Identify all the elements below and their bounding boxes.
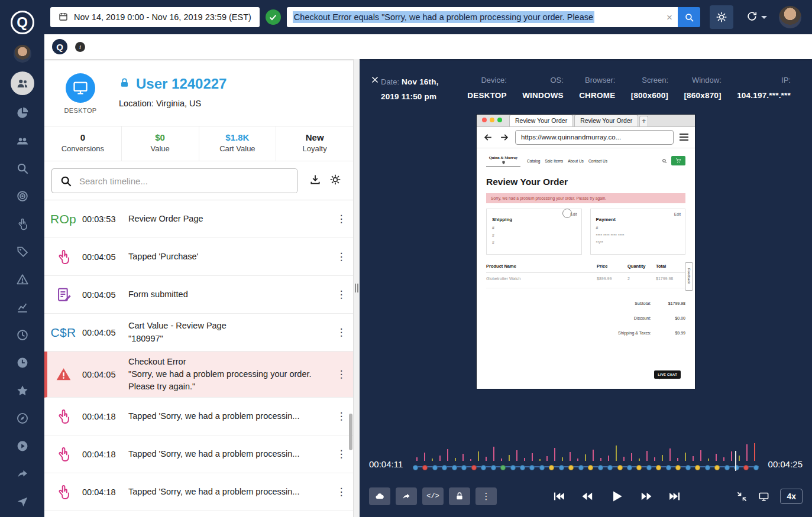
event-menu-icon[interactable]: ⋮ xyxy=(331,326,352,339)
timeline-event-row[interactable]: 00:04:18 Tapped 'Sorry, we had a problem… xyxy=(44,435,353,473)
quantum-metric-logo[interactable]: Q xyxy=(11,11,34,34)
search-icon[interactable] xyxy=(12,158,33,178)
segment-search-input[interactable]: Checkout Error equals "Sorry, we had a p… xyxy=(287,7,678,27)
event-dot[interactable] xyxy=(461,465,467,470)
event-menu-icon[interactable]: ⋮ xyxy=(331,368,352,381)
event-dot[interactable] xyxy=(578,465,584,470)
event-dot[interactable] xyxy=(500,465,506,470)
timeline-event-row[interactable]: 00:04:18 Tapped 'Sorry, we had a problem… xyxy=(44,398,353,435)
skip-to-end-button[interactable] xyxy=(668,490,681,503)
event-dot[interactable] xyxy=(607,465,613,470)
event-dot[interactable] xyxy=(705,465,710,470)
playhead[interactable] xyxy=(735,451,736,471)
event-dot[interactable] xyxy=(481,465,486,470)
event-dot[interactable] xyxy=(724,465,730,470)
cloud-button[interactable] xyxy=(369,487,390,505)
stat-conversions[interactable]: 0 Conversions xyxy=(44,126,121,161)
stat-loyalty[interactable]: New Loyalty xyxy=(276,126,353,161)
event-dot[interactable] xyxy=(588,465,593,470)
refresh-button[interactable] xyxy=(746,11,767,24)
event-dot[interactable] xyxy=(559,465,564,470)
event-dot[interactable] xyxy=(675,465,681,470)
download-icon[interactable] xyxy=(309,174,321,188)
skip-to-start-button[interactable] xyxy=(552,490,565,503)
event-dot[interactable] xyxy=(432,465,438,470)
discover-compass-icon[interactable] xyxy=(12,408,33,428)
timeline-search-input[interactable] xyxy=(79,169,297,193)
event-dot[interactable] xyxy=(656,465,661,470)
display-mode-icon[interactable] xyxy=(758,491,769,502)
timeline-settings-gear-icon[interactable] xyxy=(329,174,341,188)
event-dot[interactable] xyxy=(549,465,554,470)
event-dot[interactable] xyxy=(627,465,632,470)
user-avatar-thumb[interactable] xyxy=(12,44,33,64)
event-menu-icon[interactable]: ⋮ xyxy=(331,251,352,263)
event-menu-icon[interactable]: ⋮ xyxy=(331,213,352,225)
event-dot[interactable] xyxy=(529,465,535,470)
stat-value[interactable]: $0 Value xyxy=(121,126,199,161)
share-button[interactable] xyxy=(396,487,417,505)
favorites-star-icon[interactable] xyxy=(12,381,33,401)
exit-fullscreen-icon[interactable] xyxy=(736,491,748,502)
interactions-tap-icon[interactable] xyxy=(12,214,33,234)
goals-target-icon[interactable] xyxy=(12,186,33,206)
tags-icon[interactable] xyxy=(12,242,33,262)
search-button[interactable] xyxy=(678,7,700,27)
event-dot[interactable] xyxy=(685,465,691,470)
fast-forward-button[interactable] xyxy=(640,490,653,503)
event-dot[interactable] xyxy=(617,465,623,470)
event-dot[interactable] xyxy=(598,465,603,470)
pie-chart-icon[interactable] xyxy=(12,103,33,123)
playback-speed-button[interactable]: 4x xyxy=(780,489,803,504)
event-dot[interactable] xyxy=(520,465,525,470)
audience-icon[interactable] xyxy=(12,131,33,151)
clear-search-icon[interactable]: × xyxy=(667,12,672,22)
event-dot[interactable] xyxy=(491,465,496,470)
timeline-event-row[interactable]: 00:04:05 Form submitted ⋮ xyxy=(44,276,353,314)
event-dot[interactable] xyxy=(753,465,759,470)
event-menu-icon[interactable]: ⋮ xyxy=(331,288,352,301)
event-dot[interactable] xyxy=(452,465,457,470)
event-dot[interactable] xyxy=(568,465,574,470)
send-plane-icon[interactable] xyxy=(12,492,33,512)
analytics-chart-icon[interactable] xyxy=(12,297,33,317)
event-menu-icon[interactable]: ⋮ xyxy=(331,486,352,498)
event-menu-icon[interactable]: ⋮ xyxy=(331,448,352,460)
rewind-button[interactable] xyxy=(581,490,594,503)
timeline-scrollbar[interactable] xyxy=(349,414,352,450)
event-dot[interactable] xyxy=(442,465,447,470)
stat-cart-value[interactable]: $1.8K Cart Value xyxy=(199,126,276,161)
replay-viewport[interactable]: Review Your OrderReview Your Order+ http… xyxy=(477,115,695,389)
timeline-event-row[interactable]: 00:04:05 Tapped 'Purchase' ⋮ xyxy=(44,238,353,276)
event-dot[interactable] xyxy=(510,465,516,470)
timeline-event-row[interactable]: 00:04:18 Tapped 'Sorry, we had a problem… xyxy=(44,473,353,511)
more-options-button[interactable]: ⋮ xyxy=(475,487,497,505)
settings-button[interactable] xyxy=(710,5,733,29)
history-clock-icon[interactable] xyxy=(12,353,33,373)
event-dot[interactable] xyxy=(636,465,642,470)
share-arrow-icon[interactable] xyxy=(12,464,33,484)
date-range-picker[interactable]: Nov 14, 2019 0:00 - Nov 16, 2019 23:59 (… xyxy=(50,7,260,27)
event-dot[interactable] xyxy=(743,465,749,470)
alerts-warning-icon[interactable] xyxy=(12,269,33,290)
timeline-event-row[interactable]: 00:04:05 Checkout Error "Sorry, we had a… xyxy=(44,352,353,398)
play-button[interactable] xyxy=(609,489,625,504)
event-dot[interactable] xyxy=(422,465,428,470)
event-dot[interactable] xyxy=(539,465,545,470)
code-view-button[interactable]: </> xyxy=(422,487,444,505)
event-dot[interactable] xyxy=(646,465,652,470)
user-avatar[interactable] xyxy=(779,6,801,28)
timeline-event-row[interactable]: C$R 00:04:05 Cart Value - Review Page "1… xyxy=(44,314,353,352)
event-dot[interactable] xyxy=(695,465,700,470)
recent-clock-icon[interactable] xyxy=(12,325,33,345)
timeline-event-row[interactable]: ROp 00:03:53 Review Order Page ⋮ xyxy=(44,200,353,238)
event-dot[interactable] xyxy=(413,465,418,470)
event-dot[interactable] xyxy=(714,465,720,470)
event-dot[interactable] xyxy=(471,465,477,470)
lock-button[interactable] xyxy=(449,487,470,505)
scrubber-track[interactable] xyxy=(413,437,759,471)
event-dot[interactable] xyxy=(666,465,671,470)
info-icon[interactable]: i xyxy=(75,42,85,52)
sessions-icon[interactable] xyxy=(11,71,34,95)
replay-play-icon[interactable] xyxy=(12,436,33,456)
